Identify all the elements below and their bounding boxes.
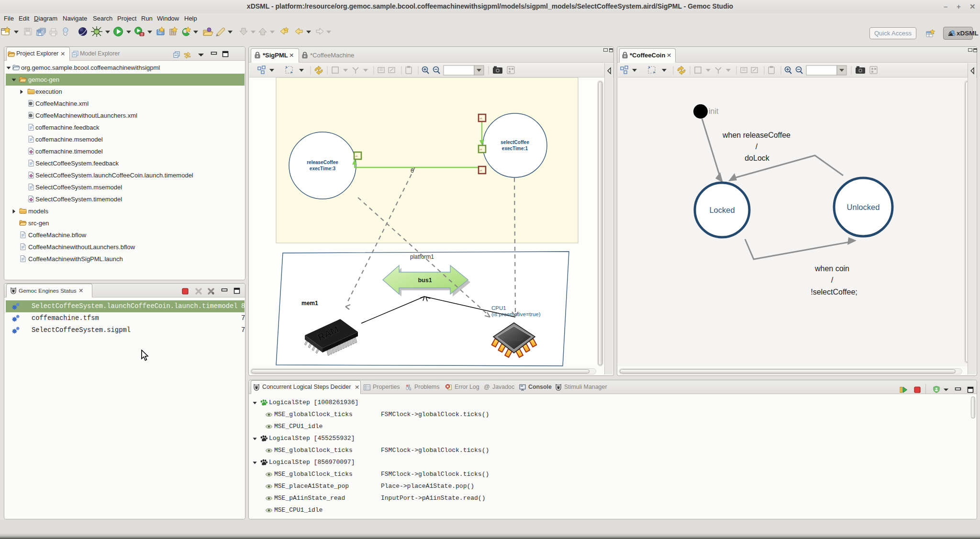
svg-text:ATMODL: ATMODL	[505, 337, 523, 342]
svg-text:init: init	[709, 107, 719, 115]
svg-text:!selectCoffee;: !selectCoffee;	[811, 288, 858, 296]
svg-text:when coin: when coin	[814, 264, 849, 273]
svg-text:/: /	[831, 276, 834, 284]
svg-text:pA..: pA..	[479, 169, 483, 172]
svg-text:pA..: pA..	[479, 117, 483, 120]
svg-text:pA..: pA..	[479, 148, 483, 151]
svg-text:6: 6	[411, 167, 414, 174]
svg-text:execTime:1: execTime:1	[502, 146, 528, 151]
svg-text:/: /	[756, 143, 758, 151]
svg-text:execTime:3: execTime:3	[310, 166, 336, 171]
svg-text:mem1: mem1	[301, 300, 318, 307]
svg-text:CPU1: CPU1	[491, 305, 506, 311]
svg-text:when releaseCoffee: when releaseCoffee	[722, 131, 791, 139]
svg-text:Unlocked: Unlocked	[847, 203, 880, 211]
svg-text:pA..: pA..	[355, 155, 358, 157]
svg-text:platform1: platform1	[410, 253, 434, 260]
svg-text:releaseCoffee: releaseCoffee	[307, 160, 338, 165]
svg-text:Locked: Locked	[709, 206, 735, 214]
svg-text:doLock: doLock	[745, 154, 770, 162]
svg-text:bus1: bus1	[418, 277, 432, 284]
svg-text:selectCoffee: selectCoffee	[501, 140, 529, 145]
